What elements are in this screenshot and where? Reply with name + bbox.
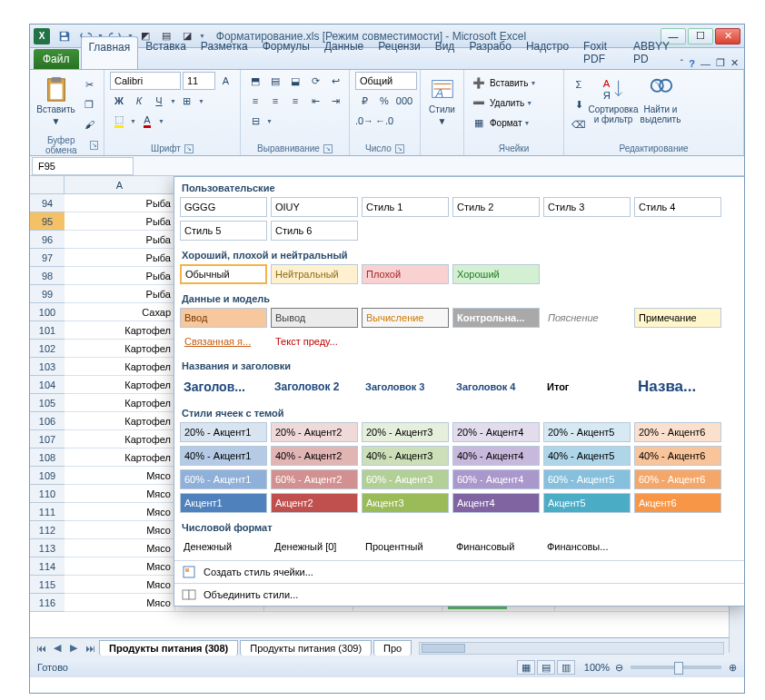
row-header[interactable]: 115 [30,576,65,594]
cell[interactable]: Мясо [65,594,175,611]
style-item[interactable]: Заголовок 2 [271,375,358,399]
align-bottom-icon[interactable]: ⬓ [286,72,304,90]
style-item[interactable]: Акцент3 [362,493,449,513]
grow-font-icon[interactable]: A [217,72,234,90]
cell[interactable]: Картофел [65,449,175,466]
sheet-tab[interactable]: Продукты питания (308) [99,640,238,656]
row-header[interactable]: 104 [30,376,65,394]
ribbon-tab[interactable]: Foxit PDF [576,36,626,69]
find-select-button[interactable]: Найти и выделить [639,72,682,124]
align-center-icon[interactable]: ≡ [266,92,284,110]
style-item[interactable]: Вывод [271,308,358,328]
doc-minimize-icon[interactable]: — [700,58,710,69]
row-header[interactable]: 94 [30,194,65,212]
row-header[interactable]: 101 [30,321,65,340]
style-item[interactable]: Стиль 4 [634,197,721,217]
underline-icon[interactable]: Ч [150,92,168,110]
clear-icon[interactable]: ⌫ [570,115,588,133]
style-item[interactable]: OIUY [271,197,358,217]
ribbon-minimize-icon[interactable]: ˆ [681,58,684,69]
cell[interactable]: Картофел [65,321,175,339]
style-item[interactable]: Денежный [180,537,267,557]
currency-icon[interactable]: ₽ [355,92,373,110]
sheet-nav-next-icon[interactable]: ▶ [66,641,81,656]
style-item[interactable]: Обычный [180,264,267,284]
style-item[interactable]: 60% - Акцент1 [180,469,267,489]
style-item[interactable]: 20% - Акцент1 [180,422,267,442]
style-item[interactable]: Заголов... [180,375,267,399]
font-launcher[interactable]: ↘ [184,144,194,153]
decrease-decimal-icon[interactable]: ←.0 [375,112,393,130]
ribbon-tab[interactable]: Вид [428,36,462,69]
style-item[interactable]: Текст преду... [271,331,358,351]
style-item[interactable]: Финансовы... [543,537,631,557]
row-header[interactable]: 110 [30,485,65,503]
styles-button[interactable]: A Стили ▼ [426,72,458,126]
style-item[interactable]: Денежный [0] [271,537,358,557]
cell[interactable]: Рыба [65,194,175,212]
align-top-icon[interactable]: ⬒ [246,72,264,90]
ribbon-tab[interactable]: Надстро [519,36,576,69]
cell[interactable]: Рыба [65,267,175,284]
increase-indent-icon[interactable]: ⇥ [326,92,344,110]
paste-button[interactable]: Вставить ▼ [35,72,76,126]
row-header[interactable]: 105 [30,394,65,412]
zoom-slider[interactable] [631,665,721,669]
bold-icon[interactable]: Ж [110,92,128,110]
style-item[interactable]: 40% - Акцент4 [452,446,540,466]
row-header[interactable]: 109 [30,467,65,485]
sheet-nav-prev-icon[interactable]: ◀ [50,641,65,656]
format-cells-button[interactable]: ▦Формат▼ [470,113,558,132]
cell[interactable]: Картофел [65,412,175,429]
cell[interactable]: Рыба [65,285,175,302]
row-header[interactable]: 107 [30,430,65,449]
normal-view-icon[interactable]: ▦ [517,660,535,675]
row-header[interactable]: 100 [30,303,65,321]
cell[interactable]: Картофел [65,376,175,393]
doc-close-icon[interactable]: ✕ [730,57,739,69]
ribbon-tab[interactable]: Вставка [138,36,194,69]
comma-icon[interactable]: 000 [395,92,413,110]
row-header[interactable]: 116 [30,594,65,612]
sort-filter-button[interactable]: АЯ Сортировка и фильтр [591,72,635,124]
fill-icon[interactable]: ⬇ [570,95,588,113]
style-item[interactable]: Заголовок 3 [362,375,449,399]
style-item[interactable]: Стиль 6 [271,221,358,241]
style-item[interactable]: Ввод [180,308,267,328]
sheet-tab[interactable]: Продукты питания (309) [240,640,372,656]
border-icon[interactable]: ⊞ [178,92,196,110]
cell[interactable]: Рыба [65,231,175,248]
zoom-out-button[interactable]: ⊖ [615,662,623,674]
horizontal-scrollbar[interactable] [419,642,724,655]
style-item[interactable]: 20% - Акцент2 [271,422,358,442]
cell[interactable]: Картофел [65,358,175,375]
ribbon-tab[interactable]: Рецензи [371,36,427,69]
style-item[interactable]: Стиль 3 [543,197,631,217]
style-item[interactable]: 60% - Акцент2 [271,469,358,489]
ribbon-tab[interactable]: Разметка [194,36,255,69]
sheet-tab[interactable]: Про [373,640,412,656]
style-item[interactable]: 40% - Акцент2 [271,446,358,466]
row-header[interactable]: 99 [30,285,65,303]
fill-color-icon[interactable]: ⬚ [110,112,128,130]
style-item[interactable]: Акцент2 [271,493,358,513]
row-header[interactable]: 98 [30,267,65,285]
merge-center-icon[interactable]: ⊟ [246,112,264,130]
increase-decimal-icon[interactable]: .0→ [355,112,373,130]
file-tab[interactable]: Файл [34,49,79,69]
cell[interactable]: Мясо [65,467,175,484]
row-header[interactable]: 114 [30,557,65,576]
insert-cells-button[interactable]: ➕Вставить▼ [470,74,558,92]
align-left-icon[interactable]: ≡ [246,92,264,110]
maximize-button[interactable]: ☐ [688,28,713,44]
column-header[interactable]: A [65,176,175,194]
cell[interactable]: Мясо [65,485,175,502]
number-launcher[interactable]: ↘ [395,144,404,153]
ribbon-tab[interactable]: Главная [81,36,139,69]
style-item[interactable]: 60% - Акцент5 [543,469,631,489]
spreadsheet-grid[interactable]: A 94Рыба95Рыба96Рыба97Рыба98Рыба99Рыба10… [30,176,744,637]
cell[interactable]: Мясо [65,539,175,557]
zoom-in-button[interactable]: ⊕ [729,662,737,674]
style-item[interactable]: 60% - Акцент6 [634,469,721,489]
font-size-select[interactable] [183,72,215,90]
